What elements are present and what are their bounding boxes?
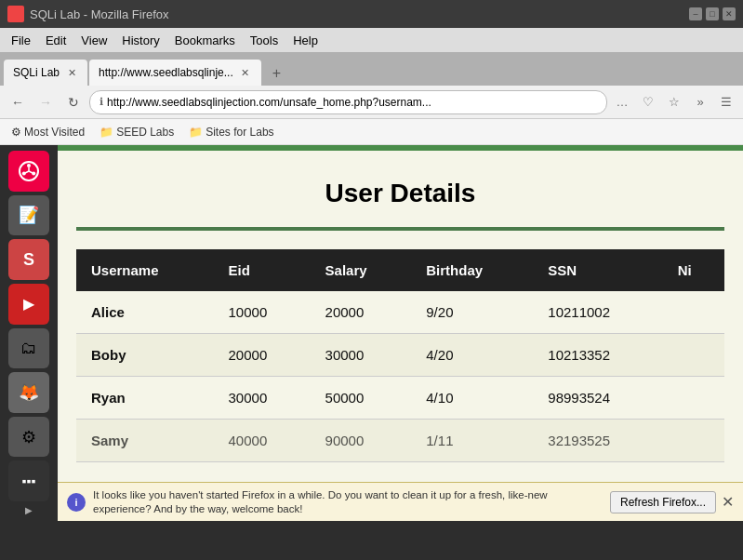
menu-edit[interactable]: Edit — [38, 32, 73, 49]
forward-button[interactable]: → — [33, 90, 58, 114]
sites-for-labs-icon: 📁 — [189, 126, 203, 139]
bookmarks-icon[interactable]: ♡ — [637, 91, 659, 113]
tab-sqli-lab[interactable]: SQLi Lab ✕ — [4, 60, 87, 86]
cell-ni — [663, 291, 724, 334]
cell-birthday: 9/20 — [411, 291, 533, 334]
security-icon: ℹ — [100, 96, 103, 108]
sidebar-icon-text-editor[interactable]: 📝 — [8, 195, 49, 236]
col-header-ni: Ni — [663, 249, 724, 291]
tab-close-seedlab[interactable]: ✕ — [239, 66, 252, 79]
reload-button[interactable]: ↻ — [61, 90, 86, 114]
cell-ni — [663, 334, 724, 377]
tab-bar: SQLi Lab ✕ http://www.seedlabsqlinje... … — [0, 52, 743, 86]
menu-file[interactable]: File — [4, 32, 38, 49]
page-content: User Details Username Eid Salary Birthda… — [58, 151, 743, 481]
tab-seedlab[interactable]: http://www.seedlabsqlinje... ✕ — [89, 60, 261, 86]
cell-ni — [663, 377, 724, 420]
new-tab-button[interactable]: + — [263, 61, 290, 86]
cell-username: Ryan — [76, 377, 214, 420]
cell-eid: 40000 — [214, 420, 311, 462]
cell-birthday: 1/11 — [411, 420, 533, 462]
notification-bar: i It looks like you haven't started Fire… — [58, 482, 743, 521]
sidebar-icon-firefox[interactable]: 🦊 — [8, 372, 49, 413]
back-button[interactable]: ← — [6, 90, 30, 114]
cell-username: Boby — [76, 334, 214, 377]
address-bar[interactable]: ℹ — [89, 90, 607, 114]
sidebar-icon-terminal2[interactable]: ▪▪▪ — [8, 460, 49, 501]
cell-salary: 50000 — [311, 377, 412, 420]
sidebar-icon-ubuntu[interactable] — [8, 151, 49, 192]
cell-salary: 20000 — [311, 291, 412, 334]
col-header-salary: Salary — [311, 249, 412, 291]
bookmark-seed-labs[interactable]: 📁 SEED Labs — [96, 124, 178, 140]
notification-close-button[interactable]: ✕ — [722, 493, 734, 511]
cell-ni — [663, 420, 724, 462]
notification-icon: i — [67, 493, 86, 512]
cell-username: Samy — [76, 420, 214, 462]
table-row: Ryan30000500004/1098993524 — [76, 377, 724, 420]
col-header-ssn: SSN — [533, 249, 662, 291]
seed-labs-label: SEED Labs — [116, 126, 174, 139]
svg-line-6 — [25, 171, 29, 173]
title-bar: SQLi Lab - Mozilla Firefox – □ ✕ — [0, 0, 743, 28]
menu-view[interactable]: View — [73, 32, 114, 49]
cell-ssn: 98993524 — [533, 377, 662, 420]
window-title: SQLi Lab - Mozilla Firefox — [30, 7, 689, 21]
most-visited-label: Most Visited — [24, 126, 85, 139]
menu-help[interactable]: Help — [285, 32, 325, 49]
tab-close-sqli[interactable]: ✕ — [65, 66, 78, 79]
refresh-firefox-button[interactable]: Refresh Firefox... — [610, 491, 716, 513]
table-row: Alice10000200009/2010211002 — [76, 291, 724, 334]
hamburger-icon[interactable]: ☰ — [715, 91, 737, 113]
menu-bar: File Edit View History Bookmarks Tools H… — [0, 28, 743, 52]
bookmark-most-visited[interactable]: ⚙ Most Visited — [7, 124, 88, 140]
svg-point-1 — [27, 164, 31, 167]
cell-eid: 20000 — [214, 334, 311, 377]
chevron-right-icon[interactable]: » — [689, 91, 711, 113]
menu-history[interactable]: History — [114, 32, 166, 49]
cell-username: Alice — [76, 291, 214, 334]
cell-ssn: 32193525 — [533, 420, 662, 462]
cell-birthday: 4/20 — [411, 334, 533, 377]
more-options-icon[interactable]: … — [611, 91, 633, 113]
col-header-eid: Eid — [214, 249, 311, 291]
nav-bar: ← → ↻ ℹ … ♡ ☆ » ☰ — [0, 86, 743, 119]
cell-ssn: 10213352 — [533, 334, 662, 377]
col-header-username: Username — [76, 249, 214, 291]
sidebar-expand-arrow[interactable]: ▶ — [25, 505, 33, 515]
close-button[interactable]: ✕ — [723, 7, 736, 20]
cell-ssn: 10211002 — [533, 291, 662, 334]
cell-eid: 10000 — [214, 291, 311, 334]
bookmarks-bar: ⚙ Most Visited 📁 SEED Labs 📁 Sites for L… — [0, 119, 743, 145]
cell-salary: 90000 — [311, 420, 412, 462]
app-icon — [7, 6, 24, 22]
sidebar: 📝 S ▶ 🗂 🦊 ⚙ ▪▪▪ ▶ — [0, 145, 58, 521]
nav-extra-icons: … ♡ ☆ » ☰ — [611, 91, 737, 113]
bookmark-sites-for-labs[interactable]: 📁 Sites for Labs — [185, 124, 277, 140]
star-icon[interactable]: ☆ — [663, 91, 685, 113]
menu-bookmarks[interactable]: Bookmarks — [167, 32, 243, 49]
tab-sqli-label: SQLi Lab — [13, 66, 60, 79]
sidebar-icon-files[interactable]: 🗂 — [8, 328, 49, 369]
seed-labs-icon: 📁 — [100, 126, 113, 139]
menu-tools[interactable]: Tools — [243, 32, 285, 49]
minimize-button[interactable]: – — [689, 7, 702, 20]
sidebar-icon-terminal[interactable]: ▶ — [8, 284, 49, 325]
svg-line-5 — [29, 171, 33, 173]
notification-text: It looks like you haven't started Firefo… — [93, 488, 604, 516]
sidebar-icon-settings[interactable]: ⚙ — [8, 417, 49, 458]
table-row: Samy40000900001/1132193525 — [76, 420, 724, 462]
cell-salary: 30000 — [311, 334, 412, 377]
most-visited-icon: ⚙ — [11, 126, 21, 139]
window-controls[interactable]: – □ ✕ — [689, 7, 736, 20]
col-header-birthday: Birthday — [411, 249, 533, 291]
sites-for-labs-label: Sites for Labs — [206, 126, 273, 139]
user-table: Username Eid Salary Birthday SSN Ni Alic… — [76, 249, 724, 462]
url-input[interactable] — [107, 96, 597, 109]
cell-birthday: 4/10 — [411, 377, 533, 420]
browser-body: 📝 S ▶ 🗂 🦊 ⚙ ▪▪▪ ▶ User Details — [0, 145, 743, 521]
maximize-button[interactable]: □ — [706, 7, 719, 20]
tab-seedlab-label: http://www.seedlabsqlinje... — [99, 66, 233, 79]
cell-eid: 30000 — [214, 377, 311, 420]
sidebar-icon-s[interactable]: S — [8, 239, 49, 280]
